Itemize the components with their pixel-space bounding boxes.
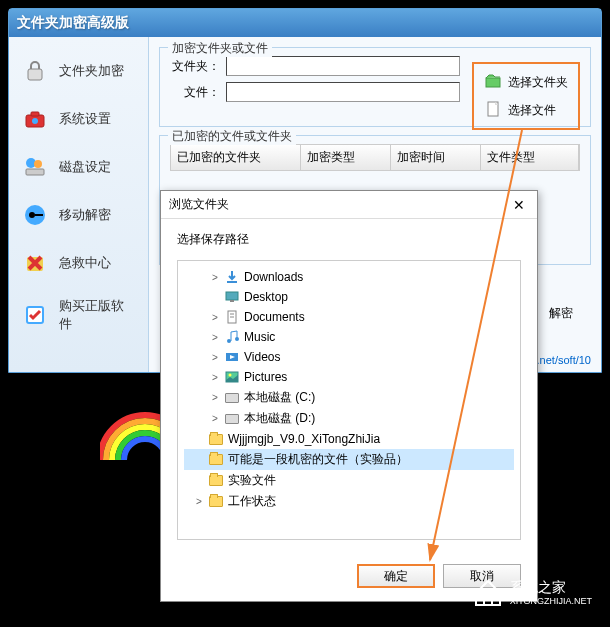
dialog-title: 浏览文件夹 bbox=[169, 196, 229, 213]
select-folder-button[interactable]: 选择文件夹 bbox=[478, 68, 574, 96]
tree-item-label: Downloads bbox=[244, 270, 303, 284]
svg-point-8 bbox=[29, 212, 35, 218]
svg-rect-9 bbox=[35, 214, 43, 216]
column-header[interactable]: 文件类型 bbox=[481, 145, 579, 170]
tree-item[interactable]: Desktop bbox=[184, 287, 514, 307]
tree-item[interactable]: 可能是一段机密的文件（实验品） bbox=[184, 449, 514, 470]
expand-arrow-icon[interactable]: > bbox=[212, 332, 224, 343]
encrypt-fieldset: 加密文件夹或文件 文件夹： 文件： 选择文件夹 bbox=[159, 47, 591, 127]
select-folder-label: 选择文件夹 bbox=[508, 74, 568, 91]
svg-point-23 bbox=[229, 374, 232, 377]
expand-arrow-icon[interactable]: > bbox=[212, 312, 224, 323]
sidebar-item-disk[interactable]: 磁盘设定 bbox=[9, 143, 148, 191]
house-icon bbox=[472, 577, 504, 609]
tree-item[interactable]: 实验文件 bbox=[184, 470, 514, 491]
tree-item-label: Wjjjmgjb_V9.0_XiTongZhiJia bbox=[228, 432, 380, 446]
file-select-icon bbox=[484, 100, 504, 120]
select-file-button[interactable]: 选择文件 bbox=[478, 96, 574, 124]
folder-icon bbox=[208, 431, 224, 447]
svg-rect-25 bbox=[484, 595, 492, 605]
table-header: 已加密的文件夹 加密类型 加密时间 文件类型 bbox=[170, 144, 580, 171]
tree-item[interactable]: >本地磁盘 (C:) bbox=[184, 387, 514, 408]
picture-icon bbox=[224, 369, 240, 385]
sidebar-item-rescue[interactable]: 急救中心 bbox=[9, 239, 148, 287]
expand-arrow-icon[interactable]: > bbox=[196, 496, 208, 507]
check-icon bbox=[21, 301, 49, 329]
ok-button[interactable]: 确定 bbox=[357, 564, 435, 588]
expand-arrow-icon[interactable]: > bbox=[212, 413, 224, 424]
column-header[interactable]: 加密类型 bbox=[301, 145, 391, 170]
decrypt-button[interactable]: 解密 bbox=[549, 305, 573, 322]
toolbox-icon bbox=[21, 105, 49, 133]
browse-folder-dialog: 浏览文件夹 ✕ 选择保存路径 >DownloadsDesktop>Documen… bbox=[160, 190, 538, 602]
dialog-titlebar: 浏览文件夹 ✕ bbox=[161, 191, 537, 219]
close-button[interactable]: ✕ bbox=[509, 195, 529, 215]
sidebar-item-buy[interactable]: 购买正版软件 bbox=[9, 287, 148, 343]
file-input[interactable] bbox=[226, 82, 460, 102]
document-icon bbox=[224, 309, 240, 325]
svg-point-6 bbox=[34, 160, 42, 168]
expand-arrow-icon[interactable]: > bbox=[212, 272, 224, 283]
svg-point-3 bbox=[32, 118, 38, 124]
footer-link[interactable]: .net/soft/10 bbox=[537, 354, 591, 366]
column-header[interactable]: 已加密的文件夹 bbox=[171, 145, 301, 170]
tree-item-label: 本地磁盘 (D:) bbox=[244, 410, 315, 427]
folder-icon bbox=[208, 494, 224, 510]
sidebar-item-settings[interactable]: 系统设置 bbox=[9, 95, 148, 143]
expand-arrow-icon[interactable]: > bbox=[212, 372, 224, 383]
tree-item[interactable]: >Downloads bbox=[184, 267, 514, 287]
tree-item[interactable]: >Documents bbox=[184, 307, 514, 327]
app-title: 文件夹加密高级版 bbox=[17, 14, 129, 32]
sidebar-item-mobile[interactable]: 移动解密 bbox=[9, 191, 148, 239]
fieldset-legend: 已加密的文件或文件夹 bbox=[168, 128, 296, 145]
sidebar-label: 急救中心 bbox=[59, 254, 111, 272]
sidebar-label: 文件夹加密 bbox=[59, 62, 124, 80]
svg-point-20 bbox=[235, 337, 239, 341]
lock-icon bbox=[21, 57, 49, 85]
disk-icon bbox=[21, 153, 49, 181]
select-buttons-highlight: 选择文件夹 选择文件 bbox=[472, 62, 580, 130]
tree-item[interactable]: >Videos bbox=[184, 347, 514, 367]
tree-item-label: Music bbox=[244, 330, 275, 344]
titlebar: 文件夹加密高级版 bbox=[9, 9, 601, 37]
svg-rect-12 bbox=[486, 78, 500, 87]
watermark-brand: 系统之家 bbox=[510, 579, 592, 596]
tree-item[interactable]: >工作状态 bbox=[184, 491, 514, 512]
tree-item-label: Documents bbox=[244, 310, 305, 324]
expand-arrow-icon[interactable]: > bbox=[212, 392, 224, 403]
video-icon bbox=[224, 349, 240, 365]
desktop-icon bbox=[224, 289, 240, 305]
tree-item-label: 实验文件 bbox=[228, 472, 276, 489]
tree-item[interactable]: >Music bbox=[184, 327, 514, 347]
cross-icon bbox=[21, 249, 49, 277]
expand-arrow-icon[interactable]: > bbox=[212, 352, 224, 363]
disk-icon bbox=[224, 411, 240, 427]
tree-item[interactable]: >Pictures bbox=[184, 367, 514, 387]
tree-item[interactable]: >本地磁盘 (D:) bbox=[184, 408, 514, 429]
tree-item[interactable]: Wjjjmgjb_V9.0_XiTongZhiJia bbox=[184, 429, 514, 449]
tree-item-label: 可能是一段机密的文件（实验品） bbox=[228, 451, 408, 468]
sidebar-label: 磁盘设定 bbox=[59, 158, 111, 176]
fieldset-legend: 加密文件夹或文件 bbox=[168, 40, 272, 57]
folder-icon bbox=[208, 473, 224, 489]
svg-rect-15 bbox=[230, 300, 234, 302]
sidebar-item-encrypt[interactable]: 文件夹加密 bbox=[9, 47, 148, 95]
svg-rect-14 bbox=[226, 292, 238, 300]
tree-item-label: 本地磁盘 (C:) bbox=[244, 389, 315, 406]
sidebar-label: 系统设置 bbox=[59, 110, 111, 128]
svg-rect-4 bbox=[26, 169, 44, 175]
select-file-label: 选择文件 bbox=[508, 102, 556, 119]
svg-point-19 bbox=[227, 339, 231, 343]
tree-item-label: Desktop bbox=[244, 290, 288, 304]
watermark: 系统之家 XITONGZHIJIA.NET bbox=[472, 577, 592, 609]
tree-item-label: Videos bbox=[244, 350, 280, 364]
folder-tree[interactable]: >DownloadsDesktop>Documents>Music>Videos… bbox=[177, 260, 521, 540]
sidebar-label: 购买正版软件 bbox=[59, 297, 136, 333]
folder-icon bbox=[208, 452, 224, 468]
folder-select-icon bbox=[484, 72, 504, 92]
column-header[interactable]: 加密时间 bbox=[391, 145, 481, 170]
sidebar-label: 移动解密 bbox=[59, 206, 111, 224]
sidebar: 文件夹加密 系统设置 磁盘设定 移动解密 急救中心 购买正版软件 bbox=[9, 37, 149, 372]
svg-rect-2 bbox=[31, 112, 39, 116]
folder-input[interactable] bbox=[226, 56, 460, 76]
